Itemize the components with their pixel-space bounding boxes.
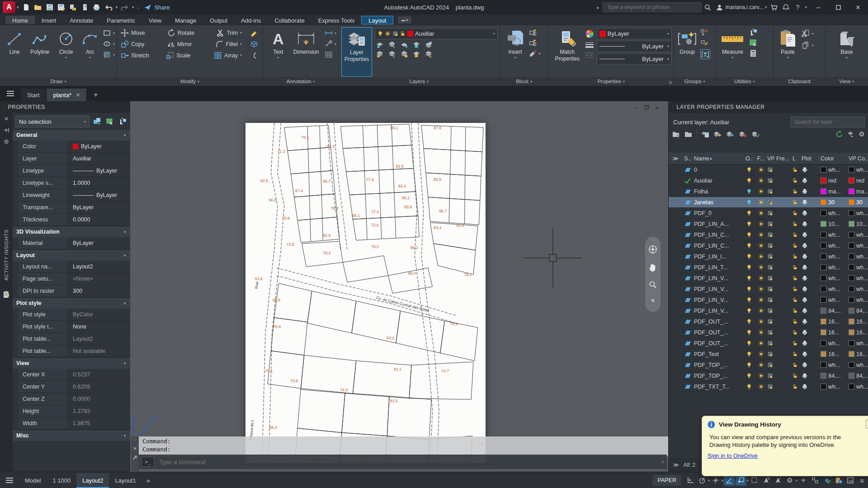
- printer-icon[interactable]: [801, 362, 820, 368]
- rectangle-tool[interactable]: ▾: [103, 29, 115, 37]
- layer-color[interactable]: 10...: [820, 221, 848, 227]
- property-row-lineweight[interactable]: Lineweight ByLayer: [18, 189, 130, 202]
- layer-row-pdf-lin-t[interactable]: PDF_LIN_T... wh... wh...: [669, 262, 868, 273]
- sun-icon[interactable]: [755, 351, 766, 357]
- maximize-button[interactable]: [828, 0, 848, 14]
- open-folder-icon[interactable]: [32, 2, 44, 13]
- section-3d-visualization[interactable]: 3D Visualization▾: [13, 226, 130, 237]
- dropdown-caret[interactable]: ▾: [708, 479, 710, 483]
- layer-vp-color[interactable]: 16...: [848, 351, 868, 357]
- bulb-icon[interactable]: [743, 210, 755, 216]
- offset-tool[interactable]: [250, 50, 258, 61]
- dimension-tool[interactable]: Dimension: [291, 27, 321, 77]
- ribbon-tab-manage[interactable]: Manage: [168, 16, 203, 24]
- printer-icon[interactable]: [801, 199, 820, 205]
- lineweight-dropdown[interactable]: ByLayer▾: [597, 41, 672, 52]
- delete-layer-icon[interactable]: [739, 131, 747, 138]
- layer-vp-color[interactable]: wh...: [848, 264, 868, 271]
- layer-color[interactable]: wh...: [820, 286, 848, 292]
- bulb-icon[interactable]: [743, 232, 755, 238]
- grid-toggle[interactable]: [685, 475, 696, 486]
- vp-freeze-icon[interactable]: [766, 308, 792, 314]
- layer-vp-color[interactable]: 84,...: [848, 373, 868, 379]
- printer-icon[interactable]: [801, 264, 820, 270]
- layer-color[interactable]: wh...: [820, 253, 848, 260]
- layer-color[interactable]: wh...: [820, 340, 848, 347]
- vp-freeze-icon[interactable]: [766, 178, 792, 183]
- section-plot-style[interactable]: Plot style▾: [13, 297, 130, 309]
- bulb-icon[interactable]: [743, 351, 755, 357]
- property-row-plot-style[interactable]: Plot style ByColor: [18, 309, 130, 321]
- sun-icon[interactable]: [755, 232, 766, 238]
- layer-row-pdf-lin-v[interactable]: PDF_LIN_V... wh... wh...: [669, 273, 868, 284]
- layout-tab-layout2[interactable]: Layout2: [76, 473, 109, 488]
- paste-button[interactable]: Paste ▾: [777, 27, 798, 77]
- paper-model-toggle[interactable]: PAPER: [653, 475, 680, 486]
- color-wheel-icon[interactable]: [585, 29, 594, 38]
- layer-row-pdf-out[interactable]: PDF_OUT_... 16... 16...: [669, 327, 868, 338]
- object-color-dropdown[interactable]: ByLayer▾: [597, 28, 672, 39]
- panel-label-clipboard[interactable]: Clipboard: [774, 77, 825, 86]
- layer-vp-color[interactable]: wh...: [848, 297, 868, 303]
- layer-color[interactable]: wh...: [820, 243, 848, 249]
- layer-color[interactable]: red: [820, 178, 848, 184]
- ribbon-tab-express-tools[interactable]: Express Tools: [311, 16, 362, 24]
- toggle-pickadd-icon[interactable]: [92, 117, 102, 127]
- vp-freeze-icon[interactable]: [766, 384, 792, 389]
- layer-color[interactable]: 16...: [820, 319, 848, 325]
- panel-label-modify[interactable]: Modify▾: [117, 77, 263, 86]
- search-icon[interactable]: [702, 2, 713, 13]
- new-group-filter-icon[interactable]: [684, 131, 692, 137]
- layer-vp-color[interactable]: 84,...: [848, 308, 868, 314]
- layer-row-pdf-lin-c[interactable]: PDF_LIN_C... wh... wh...: [669, 230, 868, 240]
- layer-vp-color[interactable]: wh...: [848, 232, 868, 238]
- new-file-icon[interactable]: [20, 2, 32, 13]
- ribbon-tab-layout[interactable]: Layout: [361, 16, 393, 24]
- move-tool[interactable]: Move: [121, 27, 159, 38]
- selection-toggle[interactable]: [749, 475, 760, 486]
- layer-row-pdf-lin-v[interactable]: PDF_LIN_V... wh... wh...: [669, 295, 868, 305]
- layer-row-pdf-0[interactable]: PDF_0 wh... wh...: [669, 208, 868, 219]
- graphics-check-toggle[interactable]: [821, 475, 832, 486]
- onedrive-signin-link[interactable]: Sign in to OneDrive: [708, 452, 758, 459]
- lpm-grip[interactable]: ⁞: [672, 105, 674, 109]
- panel-label-utilities[interactable]: Utilities▾: [716, 77, 773, 86]
- section-misc[interactable]: Misc▾: [13, 430, 130, 441]
- selection-dropdown[interactable]: No selection▾: [15, 116, 90, 127]
- property-row-height[interactable]: Height 1.2793: [18, 405, 130, 418]
- bulb-icon[interactable]: [743, 253, 755, 259]
- bulb-icon[interactable]: [743, 264, 755, 270]
- viewport-close-icon[interactable]: ✕: [655, 105, 659, 111]
- layer-color[interactable]: wh...: [820, 275, 848, 282]
- layer-combo[interactable]: Auxiliar ▾: [375, 28, 498, 39]
- property-row-center-y[interactable]: Center Y 0.6209: [18, 381, 130, 393]
- multileader-tool[interactable]: ▾: [325, 40, 336, 48]
- redo-caret[interactable]: ▾: [132, 5, 134, 9]
- lock-icon[interactable]: [792, 275, 801, 281]
- save-icon[interactable]: [44, 2, 56, 13]
- layout-tab-1-1000[interactable]: 1 1000: [47, 473, 76, 488]
- ungroup-tool[interactable]: [700, 28, 710, 37]
- command-wrench-icon[interactable]: [132, 455, 138, 460]
- close-button[interactable]: ✕: [848, 0, 868, 14]
- annotation-scale-toggle[interactable]: [773, 475, 783, 486]
- panel-label-annotation[interactable]: Annotation▾: [263, 77, 338, 86]
- sun-icon[interactable]: [755, 319, 766, 324]
- layer-row-pdf-lin-v[interactable]: PDF_LIN_V... 84,... 84,...: [669, 305, 868, 316]
- printer-icon[interactable]: [801, 373, 820, 379]
- sun-icon[interactable]: [755, 340, 766, 346]
- ribbon-tab-home[interactable]: Home: [5, 16, 35, 24]
- lock-icon[interactable]: [792, 232, 801, 238]
- mirror-tool[interactable]: Mirror: [167, 38, 208, 50]
- layer-row-pdf-out[interactable]: PDF_OUT_... wh... wh...: [669, 338, 868, 349]
- layer-settings-toggle-icon[interactable]: [847, 131, 855, 137]
- layer-color[interactable]: 16...: [820, 329, 848, 336]
- select-similar-tool[interactable]: [749, 39, 757, 47]
- bulb-icon[interactable]: [743, 243, 755, 249]
- sun-icon[interactable]: [755, 167, 766, 173]
- rotate-tool[interactable]: Rotate: [167, 27, 208, 38]
- layer-vp-color[interactable]: wh...: [848, 286, 868, 292]
- printer-icon[interactable]: [801, 243, 820, 249]
- sun-icon[interactable]: [755, 199, 766, 205]
- tab-planta[interactable]: planta*✕: [47, 89, 86, 101]
